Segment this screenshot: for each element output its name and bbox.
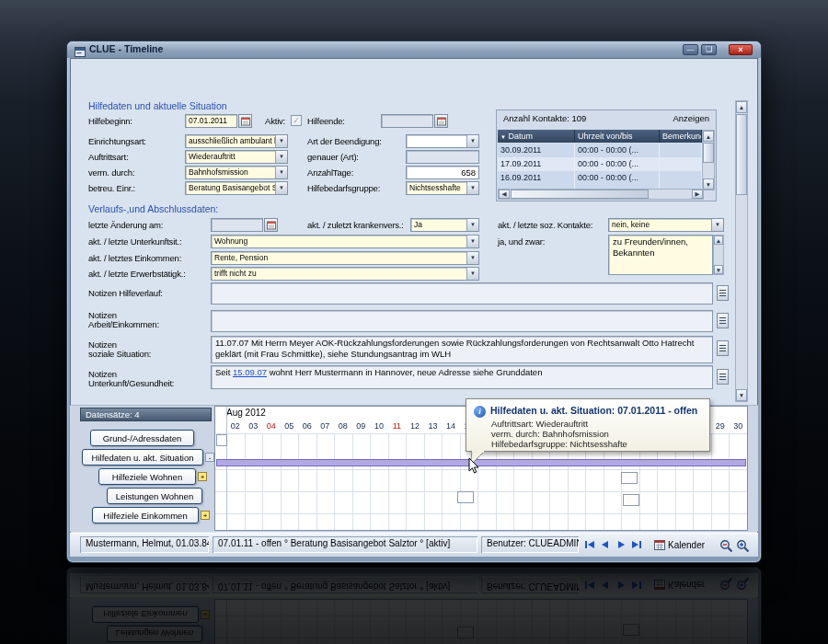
collapse-icon[interactable]: - [205, 453, 214, 462]
column-header-datum[interactable]: ▼ Datum [498, 130, 575, 143]
scroll-left-icon[interactable]: ◀ [499, 190, 510, 199]
scroll-thumb[interactable] [703, 143, 714, 163]
column-header-bemerkungen[interactable]: Bemerkungen [660, 130, 702, 143]
tooltip-body: Auftrittsart: Wiederauftrittverm. durch:… [491, 419, 627, 449]
day-label-06: 06 [298, 420, 316, 432]
scroll-down-icon[interactable]: ▼ [703, 178, 714, 190]
hilfebeginn-calendar-button[interactable] [238, 114, 252, 128]
first-record-button[interactable] [582, 538, 596, 551]
table-row[interactable]: 16.09.201100:00 - 00:00 (... [498, 171, 702, 185]
hilfebeginn-field[interactable]: 07.01.2011 [185, 114, 237, 128]
day-label-08: 08 [334, 420, 352, 432]
anzeigen-button[interactable]: Anzeigen [673, 113, 709, 123]
hilfeende-calendar-button[interactable] [434, 114, 448, 128]
grid-line [729, 433, 730, 530]
notizen-sozial-label-2: soziale Situation: [88, 347, 151, 361]
table-cell-uhrzeit: 00:00 - 00:00 (... [575, 157, 660, 171]
expand-icon[interactable]: + [198, 472, 207, 481]
chevron-down-icon[interactable]: ▼ [466, 268, 478, 280]
date-link[interactable]: 15.09.07 [233, 367, 267, 377]
notizen-hilfeverlauf-field[interactable] [211, 282, 713, 305]
expand-icon[interactable]: + [201, 511, 210, 520]
chevron-down-icon[interactable]: ▼ [466, 182, 478, 194]
zoom-in-icon[interactable] [735, 538, 750, 553]
form-vscrollbar[interactable]: ▲ ▼ [735, 100, 748, 402]
title-bar[interactable]: CLUE - Timeline — ❏ × [67, 41, 761, 58]
chevron-down-icon[interactable]: ▼ [275, 167, 287, 178]
notizen-sozial-field[interactable]: 11.07.07 Mit Herrn Meyer AOK-Rückzahlung… [211, 336, 713, 363]
grid-line [215, 491, 747, 492]
auftrittsart-select[interactable]: Wiederauftritt ▼ [185, 150, 288, 164]
chevron-down-icon[interactable]: ▼ [466, 236, 478, 247]
chevron-down-icon[interactable]: ▼ [711, 219, 723, 231]
unterkunftsit-select[interactable]: Wohnung ▼ [211, 235, 479, 248]
scroll-down-icon[interactable]: ▼ [736, 389, 747, 401]
close-button[interactable]: × [729, 44, 753, 55]
maximize-button[interactable]: ❏ [701, 44, 717, 55]
chevron-down-icon[interactable]: ▼ [275, 151, 287, 163]
record-button-hilfedaten-u-akt-situation[interactable]: Hilfedaten u. akt. Situation [82, 449, 203, 466]
chevron-down-icon[interactable]: ▼ [466, 219, 478, 231]
list-icon [719, 374, 726, 380]
next-record-button[interactable] [614, 538, 627, 551]
timeline-milestone-box[interactable] [621, 472, 638, 484]
scroll-thumb[interactable] [511, 190, 649, 199]
record-button-hilfeziele-einkommen[interactable]: Hilfeziele Einkommen [92, 507, 199, 523]
soz-kontakte-select[interactable]: nein, keine ▼ [608, 218, 724, 232]
betreu-einr-select[interactable]: Beratung Basisangebot Sa ▼ [185, 181, 288, 195]
ja-und-zwar-scrollbar[interactable]: ▲ ▼ [713, 235, 724, 275]
notizen-arbeit-label-2: Arbeit/Einkommen: [88, 317, 159, 331]
einkommen-select[interactable]: Rente, Pension ▼ [211, 251, 479, 265]
einrichtungsart-select[interactable]: ausschließlich ambulant be ▼ [185, 134, 288, 148]
record-button-hilfeziele-wohnen[interactable]: Hilfeziele Wohnen [98, 468, 196, 485]
tooltip-line: verm. durch: Bahnhofsmission [491, 429, 627, 439]
table-cell-datum: 16.09.2011 [498, 171, 575, 185]
scroll-up-icon[interactable]: ▲ [736, 101, 747, 113]
scroll-up-icon[interactable]: ▲ [703, 131, 714, 142]
last-record-button[interactable] [629, 538, 643, 551]
column-header-uhrzeit[interactable]: Uhrzeit von/bis [575, 130, 660, 143]
previous-record-button[interactable] [598, 538, 612, 551]
notizen-arbeit-field[interactable] [211, 310, 713, 332]
chevron-down-icon[interactable]: ▼ [275, 182, 287, 194]
soz-kontakte-label: akt. / letzte soz. Kontakte: [498, 218, 592, 232]
scroll-up-icon[interactable]: ▲ [714, 236, 723, 245]
timeline-milestone-box[interactable] [457, 491, 474, 503]
notizen-sozial-button[interactable] [717, 340, 729, 356]
anzahltage-label: AnzahlTage: [307, 166, 353, 179]
table-row[interactable]: 30.09.201100:00 - 00:00 (... [498, 144, 702, 157]
erwerbstaetigkeit-select[interactable]: trifft nicht zu ▼ [211, 267, 479, 281]
chevron-down-icon[interactable]: ▼ [275, 135, 287, 147]
kontakte-vscrollbar[interactable]: ▲ ▼ [702, 130, 715, 190]
table-row[interactable]: 17.09.201100:00 - 00:00 (... [498, 157, 702, 171]
record-button-grund-adressdaten[interactable]: Grund-/Adressdaten [90, 430, 194, 446]
scroll-thumb[interactable] [736, 114, 747, 195]
notizen-unterkunft-button[interactable] [717, 369, 729, 385]
grid-line [442, 433, 443, 530]
verm-durch-select[interactable]: Bahnhofsmission ▼ [185, 166, 288, 179]
ja-und-zwar-field[interactable]: zu Freunden/innen, Bekannten [608, 235, 713, 275]
hilfebedarfsgruppe-select[interactable]: Nichtsesshafte ▼ [406, 181, 479, 195]
list-icon [719, 317, 726, 324]
unterkunftsit-value: Wohnung [214, 236, 247, 246]
status-bar: Mustermann, Helmut, 01.03.84 07.01.11 - … [70, 533, 758, 557]
zoom-out-icon[interactable] [719, 538, 733, 553]
notizen-arbeit-button[interactable] [717, 313, 729, 328]
notizen-hilfeverlauf-button[interactable] [717, 285, 729, 301]
minimize-button[interactable]: — [683, 44, 698, 55]
day-label-30: 30 [729, 420, 747, 432]
timeline-milestone-box[interactable] [623, 494, 639, 506]
art-beendigung-select[interactable]: ▼ [406, 134, 479, 148]
notizen-unterkunft-field[interactable]: Seit 15.09.07 wohnt Herr Mustermann in H… [211, 365, 713, 389]
record-button-leistungen-wohnen[interactable]: Leistungen Wohnen [107, 488, 202, 504]
kontakte-hscrollbar[interactable]: ◀ ▶ [498, 189, 704, 200]
calendar-icon [654, 539, 665, 550]
scroll-down-icon[interactable]: ▼ [714, 265, 723, 274]
scroll-right-icon[interactable]: ▶ [692, 190, 703, 199]
kalender-button[interactable]: Kalender [650, 536, 708, 553]
chevron-down-icon[interactable]: ▼ [466, 135, 478, 147]
letzte-aenderung-calendar-button[interactable] [264, 218, 278, 232]
krankenvers-select[interactable]: Ja ▼ [410, 218, 479, 232]
timeline-gutter-box[interactable] [216, 434, 227, 446]
chevron-down-icon[interactable]: ▼ [466, 252, 478, 264]
